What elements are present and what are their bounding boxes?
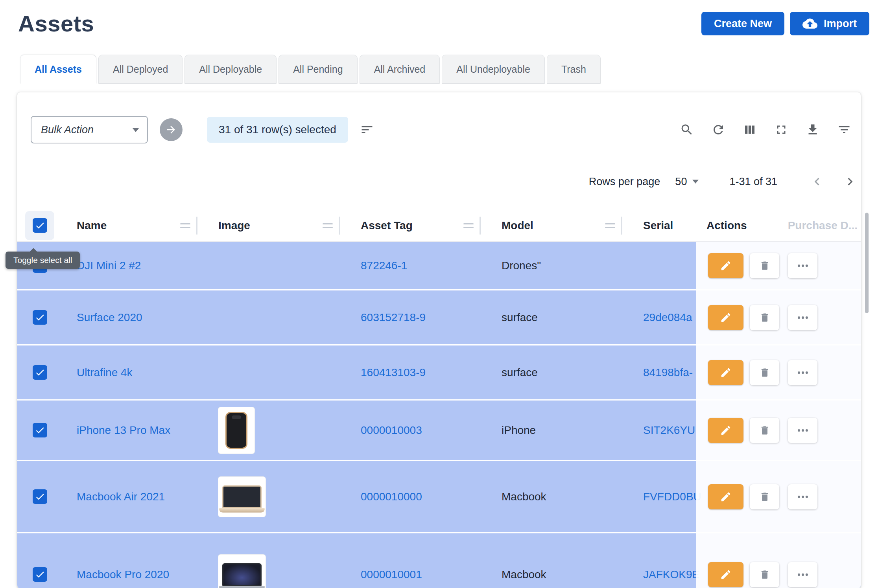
tab-all-deployed[interactable]: All Deployed (98, 55, 183, 84)
tab-all-pending[interactable]: All Pending (279, 55, 357, 84)
tab-all-assets[interactable]: All Assets (20, 55, 96, 84)
delete-button[interactable] (750, 418, 779, 443)
edit-button[interactable] (708, 360, 743, 385)
asset-name-cell: iPhone 13 Pro Max (62, 424, 197, 437)
more-actions-button[interactable] (788, 253, 817, 278)
asset-tag-link[interactable]: 160413103-9 (361, 366, 426, 379)
next-page-button[interactable] (843, 174, 858, 189)
asset-serial-link[interactable]: SIT2K6YU (643, 424, 695, 436)
rows-per-page-label: Rows per page (589, 176, 660, 188)
download-button[interactable] (806, 123, 820, 137)
tab-all-deployable[interactable]: All Deployable (184, 55, 277, 84)
bulk-action-select[interactable]: Bulk Action (31, 116, 148, 143)
asset-serial-link[interactable]: FVFDD0BU (643, 491, 701, 503)
selection-menu-button[interactable] (360, 123, 374, 137)
asset-name-link[interactable]: Macbook Pro 2020 (77, 568, 169, 581)
row-checkbox[interactable] (33, 489, 47, 504)
column-resize-handle-icon[interactable] (180, 223, 190, 228)
pagination-range: 1-31 of 31 (729, 176, 777, 188)
trash-icon (759, 569, 770, 580)
row-checkbox-cell (17, 489, 62, 504)
asset-name-link[interactable]: Surface 2020 (77, 311, 142, 323)
check-icon (35, 425, 45, 435)
row-checkbox[interactable] (33, 365, 47, 380)
edit-button[interactable] (708, 253, 743, 278)
table-row: Ultrafine 4k 160413103-9 surface 84198bf… (17, 345, 861, 401)
fullscreen-button[interactable] (774, 123, 788, 137)
more-actions-button[interactable] (788, 562, 817, 587)
row-checkbox[interactable] (33, 567, 47, 582)
create-new-button[interactable]: Create New (701, 12, 784, 35)
vertical-scrollbar-thumb[interactable] (865, 213, 869, 313)
delete-button[interactable] (750, 562, 779, 587)
edit-button[interactable] (708, 562, 743, 587)
edit-button[interactable] (708, 305, 743, 330)
table-body: DJI Mini 2 #2 872246-1 Drones" (17, 242, 861, 588)
edit-button[interactable] (708, 418, 743, 443)
more-actions-button[interactable] (788, 418, 817, 443)
asset-serial-link[interactable]: 29de084a (643, 311, 692, 323)
asset-image-thumbnail[interactable] (218, 555, 266, 588)
asset-tag-link[interactable]: 0000010001 (361, 568, 422, 581)
delete-button[interactable] (750, 305, 779, 330)
previous-page-button[interactable] (810, 174, 825, 189)
select-all-halo (25, 211, 54, 240)
asset-model-text: Macbook (481, 568, 622, 581)
delete-button[interactable] (750, 253, 779, 278)
pinned-actions-header: Actions Purchase D... (696, 209, 861, 241)
more-actions-button[interactable] (788, 305, 817, 330)
refresh-button[interactable] (711, 123, 725, 137)
asset-tag-link[interactable]: 0000010003 (361, 424, 422, 436)
rows-per-page-select[interactable]: 50 (675, 176, 699, 188)
edit-button[interactable] (708, 484, 743, 509)
check-icon (35, 367, 45, 378)
row-checkbox[interactable] (33, 423, 47, 437)
delete-button[interactable] (750, 360, 779, 385)
row-actions (696, 345, 861, 399)
table-row: Surface 2020 603152718-9 surface 29de084… (17, 290, 861, 345)
asset-name-cell: Ultrafine 4k (62, 366, 197, 379)
more-actions-button[interactable] (788, 484, 817, 509)
row-checkbox-cell (17, 567, 62, 582)
column-resize-handle-icon[interactable] (463, 223, 474, 228)
page-header: Assets Create New Import (0, 0, 878, 37)
asset-name-link[interactable]: Ultrafine 4k (77, 366, 133, 379)
search-button[interactable] (680, 123, 694, 137)
column-resize-handle-icon[interactable] (323, 223, 333, 228)
asset-image-thumbnail[interactable] (218, 407, 255, 454)
refresh-icon (711, 123, 725, 137)
tab-all-archived[interactable]: All Archived (360, 55, 440, 84)
asset-tag-cell: 0000010003 (340, 424, 481, 437)
edit-pencil-icon (720, 491, 732, 503)
more-actions-button[interactable] (788, 360, 817, 385)
asset-name-link[interactable]: DJI Mini 2 #2 (77, 259, 141, 272)
bulk-apply-button[interactable] (160, 118, 183, 141)
asset-model-text: surface (481, 366, 622, 379)
asset-tag-link[interactable]: 603152718-9 (361, 311, 426, 323)
delete-button[interactable] (750, 484, 779, 509)
asset-tag-link[interactable]: 0000010000 (361, 491, 422, 503)
asset-serial-link[interactable]: 84198bfa- (643, 366, 693, 379)
asset-image-thumbnail[interactable] (218, 477, 266, 517)
asset-name-link[interactable]: Macbook Air 2021 (77, 491, 165, 503)
download-icon (806, 123, 820, 137)
column-header-image: Image (197, 209, 340, 241)
assets-card: Bulk Action 31 of 31 row(s) selected Row (17, 92, 861, 588)
asset-serial-link[interactable]: JAFKOK9E (643, 568, 699, 581)
table-toolbar: Bulk Action 31 of 31 row(s) selected (17, 92, 861, 143)
view-columns-button[interactable] (743, 123, 757, 137)
asset-name-link[interactable]: iPhone 13 Pro Max (77, 424, 170, 436)
import-button[interactable]: Import (790, 12, 869, 35)
tab-all-undeployable[interactable]: All Undeployable (442, 55, 545, 84)
filter-button[interactable] (837, 123, 851, 137)
tab-trash[interactable]: Trash (547, 55, 601, 84)
search-icon (680, 123, 694, 137)
row-checkbox[interactable] (33, 310, 47, 325)
arrow-right-circle-icon (165, 124, 177, 136)
create-new-label: Create New (714, 18, 772, 30)
asset-tag-link[interactable]: 872246-1 (361, 259, 407, 272)
column-resize-handle-icon[interactable] (605, 223, 615, 228)
select-all-checkbox[interactable] (33, 218, 47, 233)
row-checkbox-cell (17, 310, 62, 325)
asset-tag-cell: 0000010000 (340, 491, 481, 503)
